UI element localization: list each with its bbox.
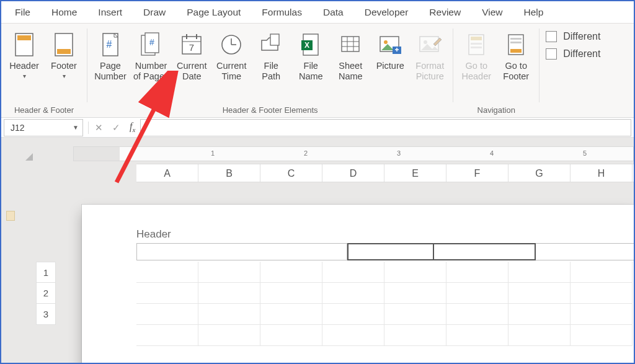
goto-header-icon [466,30,487,60]
group-options: Different Different [540,24,604,117]
number-of-pages-icon: # [140,30,163,60]
tab-formulas[interactable]: Formulas [252,3,312,22]
svg-point-27 [384,40,388,44]
sheet-icon [339,30,362,60]
checkbox-icon [546,31,557,42]
row-header[interactable]: 3 [36,304,56,325]
chevron-down-icon: ▾ [23,73,26,79]
mini-row-indicator [6,191,15,231]
col-header[interactable]: B [198,164,260,182]
different-odd-even-checkbox[interactable]: Different [546,48,600,60]
col-header[interactable]: H [571,164,633,182]
picture-button[interactable]: Picture [372,27,408,82]
file-path-button[interactable]: File Path [253,27,289,82]
tab-home[interactable]: Home [42,3,87,22]
current-time-button[interactable]: Current Time [213,27,249,82]
svg-rect-34 [471,47,482,48]
chevron-down-icon: ▼ [73,124,79,131]
col-header[interactable]: C [260,164,322,182]
svg-rect-32 [471,37,482,40]
menu-tabs: File Home Insert Draw Page Layout Formul… [1,1,634,24]
picture-icon [378,30,402,60]
format-picture-icon [417,30,442,60]
group-label: Header & Footer [6,103,82,115]
page-number-button[interactable]: # Page Number [92,27,128,82]
goto-header-button: Go to Header [458,27,494,82]
svg-text:#: # [149,37,154,47]
svg-rect-37 [510,42,522,43]
group-header-footer: Header ▾ Footer ▾ Header & Footer [1,24,87,117]
goto-footer-icon [505,30,526,60]
enter-formula-button[interactable]: ✓ [107,119,125,136]
svg-rect-21 [342,37,359,51]
svg-rect-17 [270,34,279,45]
group-navigation: Go to Header Go to Footer Navigation [453,24,539,117]
clock-icon [220,30,243,60]
current-date-button[interactable]: 7 Current Date [174,27,210,82]
select-all-triangle[interactable] [4,146,33,161]
name-box[interactable]: J12 ▼ [4,119,83,136]
row-header[interactable]: 2 [36,283,56,304]
chevron-down-icon: ▾ [63,73,66,79]
column-headers: A B C D E F G H [136,164,634,182]
page-preview: Header [82,205,634,364]
number-of-pages-button[interactable]: # Number of Pages [132,27,170,82]
svg-rect-36 [510,38,522,40]
folder-page-icon [259,30,283,60]
col-header[interactable]: D [322,164,384,182]
row-header[interactable]: 1 [36,262,56,283]
formula-bar-row: J12 ▼ ✕ ✓ fx [1,118,634,138]
group-label: Navigation [458,103,534,115]
page-number-icon: # [100,30,121,60]
different-first-checkbox[interactable]: Different [546,31,600,42]
tab-review[interactable]: Review [419,3,471,22]
cell-grid[interactable] [136,262,634,346]
fx-icon[interactable]: fx [125,121,140,133]
cancel-formula-button[interactable]: ✕ [90,119,107,136]
header-section-label: Header [136,228,171,241]
svg-point-30 [424,40,427,44]
header-edit-boxes[interactable] [136,243,635,260]
col-header[interactable]: A [136,164,198,182]
footer-icon [53,30,74,60]
horizontal-ruler: 1 2 3 4 5 [73,146,634,161]
goto-footer-button[interactable]: Go to Footer [498,27,534,82]
group-label: Header & Footer Elements [92,103,448,115]
svg-rect-1 [17,35,31,40]
header-icon [14,30,35,60]
tab-help[interactable]: Help [514,3,554,22]
format-picture-button: Format Picture [412,27,448,82]
group-hf-elements: # Page Number # Number of Pages 7 Curren… [87,24,453,117]
svg-rect-38 [510,49,522,53]
col-header[interactable]: F [446,164,508,182]
ribbon: Header ▾ Footer ▾ Header & Footer # Page… [1,24,634,118]
tab-page-layout[interactable]: Page Layout [177,3,251,22]
tab-file[interactable]: File [5,3,40,22]
excel-file-icon: X [300,30,322,60]
svg-text:#: # [107,39,112,50]
sheet-name-button[interactable]: Sheet Name [332,27,368,82]
svg-rect-33 [471,43,482,45]
calendar-icon: 7 [180,30,203,60]
svg-rect-3 [57,49,71,54]
tab-developer[interactable]: Developer [355,3,419,22]
file-name-button[interactable]: X File Name [293,27,329,82]
tab-view[interactable]: View [472,3,512,22]
checkbox-icon [546,48,557,60]
footer-button[interactable]: Footer ▾ [46,27,82,79]
svg-text:7: 7 [189,42,194,53]
tab-draw[interactable]: Draw [133,3,175,22]
worksheet-area: 1 2 3 4 5 A B C D E F G H Header 1 [1,138,634,363]
tab-data[interactable]: Data [313,3,353,22]
col-header[interactable]: E [384,164,446,182]
svg-text:X: X [304,41,309,50]
col-header[interactable]: G [508,164,571,182]
row-headers: 1 2 3 [36,262,56,325]
tab-insert[interactable]: Insert [88,3,132,22]
header-button[interactable]: Header ▾ [6,27,42,79]
formula-input[interactable] [140,119,631,136]
